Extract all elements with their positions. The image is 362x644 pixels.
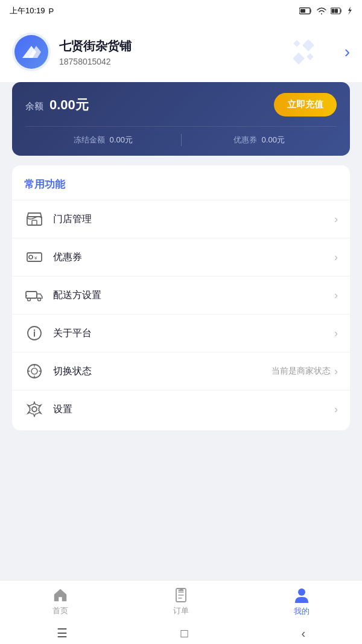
svg-point-13 xyxy=(38,298,41,301)
status-right: × xyxy=(299,7,352,15)
frozen-label: 冻结金额 xyxy=(74,135,105,145)
balance-label: 余额 xyxy=(25,101,43,112)
profile-info: 七贤街杂货铺 18758015042 xyxy=(59,38,132,66)
switch-chevron-icon: › xyxy=(334,365,338,378)
svg-rect-11 xyxy=(26,292,37,298)
frozen-amount: 0.00元 xyxy=(110,135,133,145)
menu-item-about[interactable]: 关于平台 › xyxy=(12,314,350,352)
svg-rect-5 xyxy=(335,9,338,13)
menu-item-coupon[interactable]: ¥ 优惠券 › xyxy=(12,238,350,276)
profile-chevron-icon[interactable]: › xyxy=(345,42,350,62)
deco-2 xyxy=(302,39,314,51)
settings-label: 设置 xyxy=(53,403,334,416)
menu-item-settings[interactable]: 设置 › xyxy=(12,390,350,428)
coupon-label: 优惠券 xyxy=(53,251,334,264)
store-label: 门店管理 xyxy=(53,213,334,226)
settings-icon xyxy=(24,399,45,419)
nav-item-home[interactable]: 首页 xyxy=(0,582,121,621)
svg-rect-4 xyxy=(332,9,335,13)
svg-point-20 xyxy=(298,588,305,596)
balance-top: 余额 0.00元 立即充值 xyxy=(25,93,337,116)
svg-rect-7 xyxy=(32,220,37,225)
orders-nav-icon xyxy=(173,587,189,603)
svg-text:¥: ¥ xyxy=(34,255,37,261)
status-indicator: P xyxy=(49,7,54,16)
menu-item-delivery[interactable]: 配送方设置 › xyxy=(12,276,350,314)
store-name: 七贤街杂货铺 xyxy=(59,38,132,54)
settings-chevron-icon: › xyxy=(334,403,338,416)
info-icon xyxy=(24,323,45,343)
status-left: 上午10:19 P xyxy=(10,5,54,16)
balance-card: 余额 0.00元 立即充值 冻结金额 0.00元 优惠券 0.00元 xyxy=(12,82,350,156)
brand-logo-icon xyxy=(19,43,43,60)
sys-menu-icon[interactable]: ☰ xyxy=(57,626,68,640)
battery-full-icon xyxy=(331,7,343,14)
deco-3 xyxy=(293,53,305,65)
coupon-chevron-icon: › xyxy=(334,251,338,264)
store-phone: 18758015042 xyxy=(59,57,132,66)
profile-header[interactable]: 七贤街杂货铺 18758015042 › xyxy=(0,22,362,82)
store-chevron-icon: › xyxy=(334,213,338,226)
mine-nav-label: 我的 xyxy=(294,606,310,617)
svg-point-15 xyxy=(34,330,35,331)
decorative-shapes xyxy=(293,40,314,64)
coupon-amount: 0.00元 xyxy=(262,135,285,145)
delivery-icon xyxy=(24,285,45,305)
section-title: 常用功能 xyxy=(12,177,350,200)
delivery-chevron-icon: › xyxy=(334,289,338,302)
nav-item-orders[interactable]: 订单 xyxy=(121,582,241,621)
system-nav-bar: ☰ □ ‹ xyxy=(0,622,362,644)
wifi-icon xyxy=(316,7,327,15)
coupon-label: 优惠券 xyxy=(233,135,257,145)
frozen-detail: 冻结金额 0.00元 xyxy=(25,135,181,145)
recharge-button[interactable]: 立即充值 xyxy=(274,93,337,116)
sys-home-icon[interactable]: □ xyxy=(181,626,188,640)
balance-bottom: 冻结金额 0.00元 优惠券 0.00元 xyxy=(25,126,337,146)
profile-left: 七贤街杂货铺 18758015042 xyxy=(12,33,132,71)
orders-nav-label: 订单 xyxy=(173,605,189,616)
flash-icon xyxy=(346,7,352,15)
about-label: 关于平台 xyxy=(53,327,334,340)
status-bar: 上午10:19 P × xyxy=(0,0,362,22)
svg-text:×: × xyxy=(300,9,302,13)
svg-point-12 xyxy=(28,298,31,301)
delivery-label: 配送方设置 xyxy=(53,289,334,302)
common-functions-section: 常用功能 门店管理 › ¥ 优惠券 › xyxy=(12,165,350,430)
home-nav-label: 首页 xyxy=(52,605,68,616)
menu-item-switch[interactable]: 切换状态 当前是商家状态 › xyxy=(12,352,350,390)
svg-point-18 xyxy=(32,407,37,412)
store-icon xyxy=(24,209,45,229)
svg-point-17 xyxy=(31,368,37,374)
battery-icon: × xyxy=(299,7,313,14)
nav-item-mine[interactable]: 我的 xyxy=(241,582,362,622)
coupon-detail: 优惠券 0.00元 xyxy=(182,135,337,145)
avatar xyxy=(12,33,51,71)
menu-item-store[interactable]: 门店管理 › xyxy=(12,200,350,238)
coupon-icon: ¥ xyxy=(24,247,45,267)
status-time: 上午10:19 xyxy=(10,5,45,16)
mine-nav-icon xyxy=(294,587,310,604)
balance-label-row: 余额 0.00元 xyxy=(25,96,89,114)
switch-extra: 当前是商家状态 xyxy=(272,366,331,377)
deco-4 xyxy=(306,53,313,60)
balance-amount: 0.00元 xyxy=(49,96,89,114)
deco-1 xyxy=(293,40,300,46)
switch-icon xyxy=(24,361,45,381)
bottom-nav: 首页 订单 我的 xyxy=(0,580,362,622)
home-nav-icon xyxy=(52,587,68,603)
logo xyxy=(14,35,48,69)
about-chevron-icon: › xyxy=(334,327,338,340)
sys-back-icon[interactable]: ‹ xyxy=(301,626,305,640)
switch-label: 切换状态 xyxy=(53,365,272,378)
